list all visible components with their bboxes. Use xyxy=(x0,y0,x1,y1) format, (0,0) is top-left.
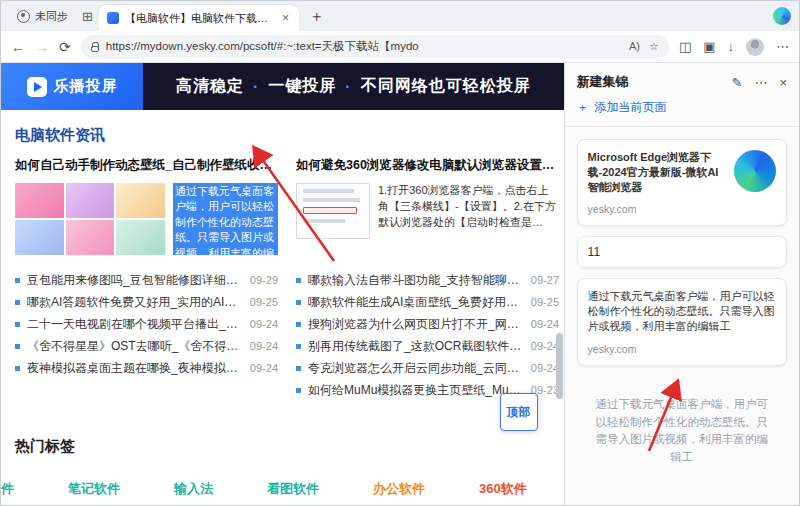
article-link[interactable]: 二十一天电视剧在哪个视频平台播出_主要剧情… xyxy=(27,316,244,333)
article-link[interactable]: 搜狗浏览器为什么网页图片打不开_网页图片被… xyxy=(308,316,525,333)
tab-strip: 未同步 ⊞ 【电脑软件】电脑软件下载_推荐 × ＋ xyxy=(1,1,799,31)
article-thumbnail-screenshot[interactable] xyxy=(296,183,370,239)
collection-card-text[interactable]: 通过下载元气桌面客户端，用户可以轻松制作个性化的动态壁纸。只需导入图片或视频，利… xyxy=(577,278,787,366)
url-text[interactable]: https://mydown.yesky.com/pcsoft/#:~:text… xyxy=(106,39,622,54)
card-source: yesky.com xyxy=(588,343,776,355)
list-item: 哪款输入法自带斗图功能_支持智能聊天的输入… 09-27 xyxy=(296,269,559,291)
article-excerpt-highlighted[interactable]: 通过下载元气桌面客户端，用户可以轻松制作个性化的动态壁纸。只需导入图片或视频，利… xyxy=(173,183,278,255)
bullet-icon xyxy=(15,344,20,349)
list-item: 哪款AI答题软件免费又好用_实用的AI解题神器… 09-25 xyxy=(15,291,278,313)
article-date: 09-24 xyxy=(531,318,559,330)
profile-sync-icon xyxy=(17,10,30,23)
plus-icon: ＋ xyxy=(577,99,589,116)
favorite-star-icon[interactable]: ☆ xyxy=(649,40,659,53)
refresh-icon[interactable]: ⟳ xyxy=(59,39,71,55)
article-date: 09-24 xyxy=(250,318,278,330)
article-date: 09-24 xyxy=(250,340,278,352)
featured-article-2: 如何避免360浏览器修改电脑默认浏览器设置_6步… 1.打开360浏览器客户端，… xyxy=(296,157,559,255)
edge-logo-image xyxy=(734,150,776,192)
article-list-left: 豆包能用来修图吗_豆包智能修图详细教程分享 09-29 哪款AI答题软件免费又好… xyxy=(15,269,278,401)
page-scrollbar-thumb[interactable] xyxy=(556,333,563,399)
article-link[interactable]: 别再用传统截图了_这款OCR截图软件让办公更… xyxy=(308,338,525,355)
back-icon[interactable]: ← xyxy=(11,39,25,55)
collection-card-note[interactable]: 11 xyxy=(577,236,787,268)
section-title-news: 电脑软件资讯 xyxy=(15,126,564,145)
new-tab-button[interactable]: ＋ xyxy=(309,7,324,26)
article-thumbnail-collage[interactable] xyxy=(15,183,165,255)
article-link[interactable]: 《舍不得星星》OST去哪听_《舍不得星星》… xyxy=(27,338,244,355)
tag-row: 件 笔记软件 输入法 看图软件 办公软件 360软件 xyxy=(1,480,564,498)
article-link[interactable]: 如何给MuMu模拟器更换主页壁纸_MuMu模拟… xyxy=(308,382,525,399)
article-date: 09-29 xyxy=(250,274,278,286)
banner-logo-block: 乐播投屏 xyxy=(1,63,143,110)
article-title-link[interactable]: 如何自己动手制作动态壁纸_自己制作壁纸收费吗 xyxy=(15,157,278,174)
add-current-page-button[interactable]: ＋ 添加当前页面 xyxy=(565,97,799,126)
featured-article-1: 如何自己动手制作动态壁纸_自己制作壁纸收费吗 通过下载元气桌面客户端，用户可以轻… xyxy=(15,157,278,255)
forward-icon[interactable]: → xyxy=(35,39,49,55)
card-text: 通过下载元气桌面客户端，用户可以轻松制作个性化的动态壁纸。只需导入图片或视频，利… xyxy=(588,289,776,335)
card-title: Microsoft Edge浏览器下载-2024官方最新版-微软AI智能浏览器 xyxy=(588,150,726,195)
profile-button[interactable]: 未同步 xyxy=(9,4,76,28)
copilot-icon[interactable] xyxy=(773,7,791,25)
collection-title: 新建集锦 xyxy=(577,73,732,91)
article-title-link[interactable]: 如何避免360浏览器修改电脑默认浏览器设置_6步… xyxy=(296,157,559,174)
note-icon[interactable]: ✎ xyxy=(732,75,743,90)
article-link[interactable]: 豆包能用来修图吗_豆包智能修图详细教程分享 xyxy=(27,272,244,289)
profile-avatar[interactable] xyxy=(746,38,764,56)
tab-close-icon[interactable]: × xyxy=(280,11,291,25)
article-link[interactable]: 夜神模拟器桌面主题在哪换_夜神模拟器窗口大… xyxy=(27,360,244,377)
back-to-top-button[interactable]: 顶部 xyxy=(500,393,538,431)
article-date: 09-27 xyxy=(531,274,559,286)
article-link[interactable]: 夸克浏览器怎么开启云同步功能_云同步会不会… xyxy=(308,360,525,377)
tab-active[interactable]: 【电脑软件】电脑软件下载_推荐 × xyxy=(99,5,299,31)
list-item: 夸克浏览器怎么开启云同步功能_云同步会不会… 09-24 xyxy=(296,357,559,379)
tag-link[interactable]: 笔记软件 xyxy=(68,480,120,498)
article-link[interactable]: 哪款软件能生成AI桌面壁纸_免费好用的AI壁纸… xyxy=(308,294,525,311)
list-item: 二十一天电视剧在哪个视频平台播出_主要剧情… 09-24 xyxy=(15,313,278,335)
tab-title: 【电脑软件】电脑软件下载_推荐 xyxy=(125,11,274,26)
page-content: 乐播投屏 高清稳定 · 一键投屏 · 不同网络也可轻松投屏 电脑软件资讯 如何自… xyxy=(1,63,564,505)
list-item: 别再用传统截图了_这款OCR截图软件让办公更… 09-24 xyxy=(296,335,559,357)
bullet-icon xyxy=(296,344,301,349)
downloads-icon[interactable]: ↓ xyxy=(728,39,735,54)
split-screen-icon[interactable]: ◫ xyxy=(679,39,691,54)
tag-link[interactable]: 看图软件 xyxy=(267,480,319,498)
lock-icon[interactable] xyxy=(91,46,99,52)
tag-link[interactable]: 360软件 xyxy=(479,480,527,498)
browser-toolbar: ← → ⟳ https://mydown.yesky.com/pcsoft/#:… xyxy=(1,31,799,63)
panel-close-icon[interactable]: × xyxy=(779,75,787,90)
article-date: 09-24 xyxy=(531,362,559,374)
collections-icon[interactable]: ▣ xyxy=(703,39,715,54)
tag-link[interactable]: 办公软件 xyxy=(373,480,425,498)
bullet-icon xyxy=(15,322,20,327)
bullet-icon xyxy=(296,278,301,283)
list-item: 夜神模拟器桌面主题在哪换_夜神模拟器窗口大… 09-24 xyxy=(15,357,278,379)
more-menu-icon[interactable]: ⋯ xyxy=(776,39,789,54)
list-item: 《舍不得星星》OST去哪听_《舍不得星星》… 09-24 xyxy=(15,335,278,357)
article-excerpt: 1.打开360浏览器客户端，点击右上角【三条横线】-【设置】。2.在下方默认浏览… xyxy=(378,183,559,255)
panel-more-icon[interactable]: ⋯ xyxy=(754,75,767,90)
workspaces-icon[interactable]: ⊞ xyxy=(82,9,93,24)
article-link[interactable]: 哪款AI答题软件免费又好用_实用的AI解题神器… xyxy=(27,294,244,311)
list-item: 哪款软件能生成AI桌面壁纸_免费好用的AI壁纸… 09-25 xyxy=(296,291,559,313)
ad-banner[interactable]: 乐播投屏 高清稳定 · 一键投屏 · 不同网络也可轻松投屏 xyxy=(1,63,564,110)
article-date: 09-25 xyxy=(250,296,278,308)
section-title-hot-tags: 热门标签 xyxy=(15,437,564,456)
article-list-right: 哪款输入法自带斗图功能_支持智能聊天的输入… 09-27 哪款软件能生成AI桌面… xyxy=(296,269,559,401)
list-item: 搜狗浏览器为什么网页图片打不开_网页图片被… 09-24 xyxy=(296,313,559,335)
card-source: yesky.com xyxy=(588,203,776,215)
address-bar[interactable]: https://mydown.yesky.com/pcsoft/#:~:text… xyxy=(81,35,669,59)
article-date: 09-24 xyxy=(250,362,278,374)
article-link[interactable]: 哪款输入法自带斗图功能_支持智能聊天的输入… xyxy=(308,272,525,289)
tag-link[interactable]: 件 xyxy=(1,480,14,498)
bullet-icon xyxy=(15,300,20,305)
collection-card-page[interactable]: Microsoft Edge浏览器下载-2024官方最新版-微软AI智能浏览器 … xyxy=(577,139,787,226)
bullet-icon xyxy=(15,278,20,283)
article-date: 09-24 xyxy=(531,340,559,352)
tag-link[interactable]: 输入法 xyxy=(174,480,213,498)
browser-window: 未同步 ⊞ 【电脑软件】电脑软件下载_推荐 × ＋ ← → ⟳ https://… xyxy=(0,0,800,506)
read-aloud-icon[interactable]: A) xyxy=(629,40,640,53)
profile-label: 未同步 xyxy=(35,9,68,24)
banner-logo-text: 乐播投屏 xyxy=(54,77,118,96)
list-item: 豆包能用来修图吗_豆包智能修图详细教程分享 09-29 xyxy=(15,269,278,291)
